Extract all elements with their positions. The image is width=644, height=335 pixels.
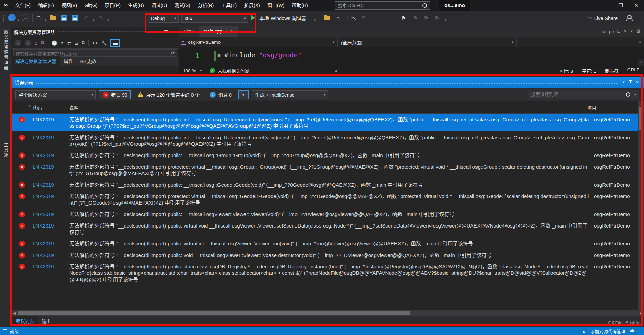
find-options-icon[interactable]: ⊡ [617, 29, 621, 34]
preview-selected-items-icon[interactable]: ▬ [110, 39, 120, 47]
solution-explorer-search-input[interactable] [14, 52, 171, 57]
redo-dropdown-icon[interactable]: ▼ [107, 16, 110, 24]
add-to-source-control-button[interactable]: 添加到源代码管理 [590, 328, 625, 334]
project-dropdown[interactable]: osgRefPtrDemo ▼ [179, 37, 338, 47]
window-position-chevron-icon[interactable]: ▼ [156, 30, 163, 34]
save-all-icon[interactable] [72, 15, 78, 21]
close-icon[interactable]: ✕ [170, 30, 176, 34]
menu-item[interactable]: 编辑(E) [34, 0, 58, 11]
filter-icon[interactable] [238, 90, 249, 99]
error-row[interactable]: ✕LNK2019无法解析的外部符号 "__declspec(dllimport)… [11, 249, 644, 261]
toolbar-grip[interactable] [346, 15, 348, 22]
error-code-link[interactable]: LNK2019 [33, 211, 69, 217]
error-list-search-box[interactable]: ▼ [528, 90, 639, 99]
menu-item[interactable]: 生成(B) [124, 0, 148, 11]
error-code-link[interactable]: LNK2019 [33, 252, 69, 258]
scroll-up-icon[interactable]: ▲ [638, 101, 644, 106]
solution-explorer-search-box[interactable]: ⟳ [13, 49, 177, 57]
restore-button[interactable]: ❐ [613, 0, 628, 11]
background-tasks-icon[interactable] [3, 329, 7, 333]
chevron-down-icon[interactable]: ▼ [630, 30, 633, 33]
error-code-link[interactable]: LNK2019 [33, 182, 69, 188]
error-list-title-bar[interactable]: 错误列表 ▼ ✕ [11, 77, 644, 88]
menu-item[interactable]: 文件(F) [11, 0, 34, 11]
close-icon[interactable]: ✕ [231, 29, 234, 34]
undo-icon[interactable]: ↶ [84, 14, 88, 22]
pin-icon[interactable]: ⊼ [225, 29, 228, 34]
scroll-left-icon[interactable]: ◀ [334, 69, 337, 73]
save-icon[interactable] [61, 15, 67, 21]
quick-search-input[interactable] [335, 3, 422, 8]
notifications-bell-icon[interactable] [630, 329, 635, 333]
scope-filter-dropdown[interactable]: 整个解决方案 ▼ [15, 90, 96, 99]
navigate-back-icon[interactable]: ← [8, 14, 16, 21]
error-list-search-input[interactable] [528, 92, 625, 97]
menu-item[interactable]: 测试(S) [171, 0, 194, 11]
tabs-indicator[interactable]: 制表符 [605, 67, 619, 74]
scroll-right-icon[interactable]: ▶ [560, 69, 563, 73]
error-row[interactable]: ✕LNK2019无法解析的外部符号 "__declspec(dllimport)… [11, 261, 644, 285]
error-code-link[interactable]: LNK2019 [33, 116, 69, 123]
error-row[interactable]: ✕LNK2019无法解析的外部符号 "__declspec(dllimport)… [11, 238, 644, 249]
next-bookmark-icon[interactable]: ⚑ [423, 14, 429, 22]
unindent-icon[interactable]: ≡ [386, 14, 390, 22]
switch-views-icon[interactable]: ⇄ [67, 40, 71, 46]
scroll-down-icon[interactable]: ▼ [638, 305, 644, 309]
error-code-link[interactable]: LNK2019 [33, 134, 69, 141]
find-text[interactable]: ref_ptr [601, 29, 614, 34]
tab-view[interactable]: View [179, 26, 199, 37]
find-in-files-icon[interactable] [324, 16, 330, 20]
new-project-dropdown-icon[interactable]: ▼ [44, 16, 47, 24]
menu-item[interactable]: 项目(P) [101, 0, 124, 11]
sync-with-active-document-icon[interactable]: ⧉ [41, 40, 44, 46]
toggle-bookmark-icon[interactable]: ⚑ [401, 14, 406, 22]
close-button[interactable]: ✕ [628, 0, 644, 11]
error-code-link[interactable]: LNK2019 [33, 152, 69, 159]
messages-filter-button[interactable]: i 消息 0 [206, 90, 235, 99]
new-project-icon[interactable]: 🗋 [36, 14, 42, 22]
error-row[interactable]: ✕LNK2019无法解析的外部符号 "__declspec(dllimport)… [11, 179, 644, 190]
close-icon[interactable]: ✕ [634, 80, 641, 85]
redo-icon[interactable]: ↷ [99, 14, 103, 22]
pending-changes-filter-icon[interactable]: 🕐 [51, 40, 57, 46]
error-row[interactable]: ✕LNK2019无法解析的外部符号 "__declspec(dllimport)… [11, 190, 644, 208]
menu-item[interactable]: 工具(T) [217, 0, 240, 11]
menu-item[interactable]: 窗口(W) [264, 0, 288, 11]
wrench-properties-icon[interactable]: 🔧 [101, 40, 107, 46]
tab-output[interactable]: 输出 [38, 316, 54, 325]
window-position-chevron-icon[interactable]: ▼ [620, 81, 627, 84]
pin-icon[interactable] [163, 29, 170, 35]
indent-icon[interactable]: ≡ [376, 14, 379, 22]
error-row[interactable]: ✕LNK2019无法解析的外部符号 "__declspec(dllimport)… [11, 114, 644, 131]
configuration-dropdown[interactable]: Debug ▼ [148, 14, 179, 23]
menu-item[interactable]: 扩展(X) [240, 0, 264, 11]
scroll-up-icon[interactable]: ▲ [638, 59, 644, 63]
source-filter-dropdown[interactable]: 生成 + IntelliSense ▼ [252, 90, 328, 99]
error-row[interactable]: ✕LNK2019无法解析的外部符号 "__declspec(dllimport)… [11, 208, 644, 220]
scope-dropdown[interactable]: (全局范围) ▼ [338, 37, 517, 47]
toolbar-grip[interactable] [3, 15, 4, 22]
menu-item[interactable]: 调试(D) [148, 0, 171, 11]
forward-icon[interactable]: → [25, 40, 31, 46]
tab-properties[interactable]: 属性 [60, 56, 76, 66]
menu-item[interactable]: 帮助(H) [288, 0, 311, 11]
error-code-link[interactable]: LNK2019 [33, 164, 69, 170]
editor-horizontal-scrollbar[interactable]: ◀ ▶ [334, 66, 563, 75]
error-code-link[interactable]: LNK2019 [33, 263, 69, 270]
view-code-icon[interactable]: <> [92, 40, 98, 46]
tab-solution-explorer[interactable]: 解决方案资源管理器 [12, 56, 60, 66]
errors-filter-button[interactable]: ✕ 错误 90 [99, 90, 131, 99]
scroll-right-icon[interactable]: ▶ [638, 311, 644, 315]
undo-dropdown-icon[interactable]: ▼ [92, 16, 95, 24]
open-file-icon[interactable] [50, 16, 56, 20]
scroll-left-icon[interactable]: ◀ [11, 311, 17, 315]
scrollbar-thumb[interactable] [18, 311, 410, 315]
caret-line[interactable]: 行: 8 [564, 67, 573, 74]
error-code-link[interactable]: LNK2019 [33, 193, 69, 199]
gear-icon[interactable]: ⚙ [636, 28, 641, 34]
feedback-person-icon[interactable] [626, 15, 632, 21]
description-column-header[interactable]: 说明 [69, 104, 587, 111]
member-dropdown[interactable]: ▼ [517, 37, 644, 47]
solution-home-icon[interactable]: ⌂ [336, 14, 340, 22]
close-icon[interactable]: ✕ [624, 29, 627, 34]
